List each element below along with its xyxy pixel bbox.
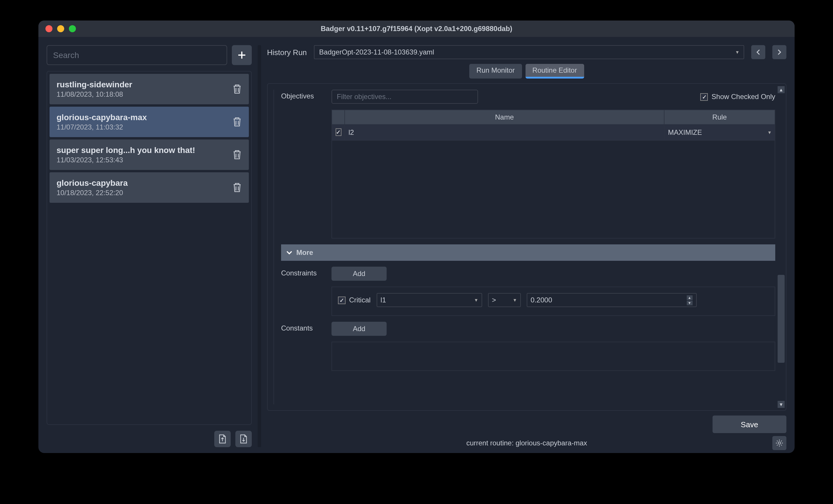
scroll-down-icon[interactable]: ▼ [778,401,785,408]
svg-point-0 [778,442,781,444]
current-routine-label: current routine: glorious-capybara-max [466,439,587,447]
sidebar: rustling-sidewinder 11/08/2023, 10:18:08… [47,45,252,447]
spinner-down-icon[interactable]: ▼ [687,301,692,305]
routine-date: 10/18/2023, 22:52:20 [56,189,128,197]
scroll-up-icon[interactable]: ▲ [778,86,785,93]
history-next-button[interactable] [772,45,786,59]
critical-label: Critical [349,296,371,304]
export-button[interactable] [214,431,231,447]
objectives-section: Objectives Show Checked Only [281,90,775,104]
plus-icon [238,51,246,59]
bottom-bar: current routine: glorious-capybara-max [267,439,786,447]
chevron-down-icon: ▾ [475,297,478,303]
routine-list: rustling-sidewinder 11/08/2023, 10:18:08… [47,71,252,425]
critical-checkbox[interactable]: Critical [338,296,371,304]
trash-icon[interactable] [233,182,242,193]
show-checked-only-label: Show Checked Only [712,93,775,101]
add-constraint-button[interactable]: Add [332,267,387,281]
routine-name: super super long...h you know that! [56,145,195,155]
routine-name: glorious-capybara [56,178,128,188]
tab-routine-editor[interactable]: Routine Editor [525,64,584,78]
tab-run-monitor[interactable]: Run Monitor [470,64,522,78]
routine-item[interactable]: rustling-sidewinder 11/08/2023, 10:18:08 [50,74,249,104]
routine-date: 11/07/2023, 11:03:32 [56,123,147,131]
constraint-row: Critical l1 ▾ > ▾ 0.2000 [338,293,769,307]
table-header-name: Name [345,110,664,124]
routine-item[interactable]: super super long...h you know that! 11/0… [50,140,249,170]
table-header: Name Rule [332,110,775,124]
search-input[interactable] [47,45,227,65]
constraint-value: 0.2000 [530,296,552,304]
routine-name: rustling-sidewinder [56,80,132,89]
objectives-table: Name Rule l2 MAXIMIZE ▾ [332,110,775,239]
routine-item[interactable]: glorious-capybara 10/18/2023, 22:52:20 [50,172,249,203]
more-toggle[interactable]: More [281,244,775,261]
routine-date: 11/03/2023, 12:53:43 [56,156,195,164]
sidebar-top [47,45,252,65]
content: rustling-sidewinder 11/08/2023, 10:18:08… [39,37,794,453]
scroll-track[interactable] [778,93,785,401]
constraints-section: Constraints Add [281,267,775,281]
chevron-down-icon: ▾ [736,49,739,55]
settings-button[interactable] [772,436,786,450]
minimize-window-icon[interactable] [57,25,64,32]
show-checked-only-checkbox[interactable]: Show Checked Only [700,93,775,101]
spinner-up-icon[interactable]: ▲ [687,295,692,300]
routine-item[interactable]: glorious-capybara-max 11/07/2023, 11:03:… [50,107,249,137]
trash-icon[interactable] [233,149,242,160]
constraint-var-select[interactable]: l1 ▾ [376,293,482,307]
window-title: Badger v0.11+107.g7f15964 (Xopt v2.0a1+2… [39,25,794,33]
row-checkbox[interactable] [332,124,345,140]
row-rule-select[interactable]: MAXIMIZE ▾ [664,124,775,140]
row-name: l2 [345,124,664,140]
titlebar: Badger v0.11+107.g7f15964 (Xopt v2.0a1+2… [39,21,794,37]
history-run-value: BadgerOpt-2023-11-08-103639.yaml [319,48,434,56]
file-import-icon [239,434,248,443]
constraint-var-value: l1 [380,296,386,304]
main-area: History Run BadgerOpt-2023-11-08-103639.… [267,45,786,447]
row-rule-value: MAXIMIZE [668,128,702,136]
constants-box [332,342,775,371]
caret-left-icon [756,49,761,55]
chevron-down-icon: ▾ [768,129,771,135]
constraints-label: Constraints [281,267,323,277]
routine-name: glorious-capybara-max [56,113,147,122]
checkbox-icon [338,296,346,304]
trash-icon[interactable] [233,84,242,94]
save-button[interactable]: Save [713,415,786,433]
editor-inner: Objectives Show Checked Only [273,90,775,404]
add-routine-button[interactable] [232,45,252,65]
scroll-thumb[interactable] [778,275,785,363]
pane-divider[interactable] [258,45,261,447]
trash-icon[interactable] [233,117,242,127]
history-run-row: History Run BadgerOpt-2023-11-08-103639.… [267,45,786,59]
maximize-window-icon[interactable] [69,25,76,32]
chevron-down-icon: ▾ [514,297,517,303]
checkbox-icon [700,93,708,100]
file-export-icon [218,434,227,443]
more-label: More [296,248,313,257]
gear-icon [775,439,783,447]
tabs: Run Monitor Routine Editor [267,64,786,78]
constraint-value-input[interactable]: 0.2000 ▲ ▼ [526,293,696,307]
constants-section: Constants Add [281,322,775,336]
close-window-icon[interactable] [45,25,52,32]
caret-right-icon [777,49,782,55]
scrollbar[interactable]: ▲ ▼ [778,86,785,408]
routine-date: 11/08/2023, 10:18:08 [56,90,132,98]
objectives-filter-input[interactable] [332,90,478,104]
import-button[interactable] [235,431,252,447]
history-prev-button[interactable] [751,45,765,59]
table-row[interactable]: l2 MAXIMIZE ▾ [332,124,775,141]
table-header-rule: Rule [664,110,775,124]
objectives-label: Objectives [281,90,323,100]
constraint-op-value: > [492,296,496,304]
save-row: Save [267,415,786,433]
constraints-box: Critical l1 ▾ > ▾ 0.2000 [332,287,775,316]
traffic-lights [39,25,76,32]
constants-label: Constants [281,322,323,332]
history-run-select[interactable]: BadgerOpt-2023-11-08-103639.yaml ▾ [314,45,744,59]
constraint-op-select[interactable]: > ▾ [488,293,521,307]
add-constant-button[interactable]: Add [332,322,387,336]
spinner: ▲ ▼ [687,295,692,305]
